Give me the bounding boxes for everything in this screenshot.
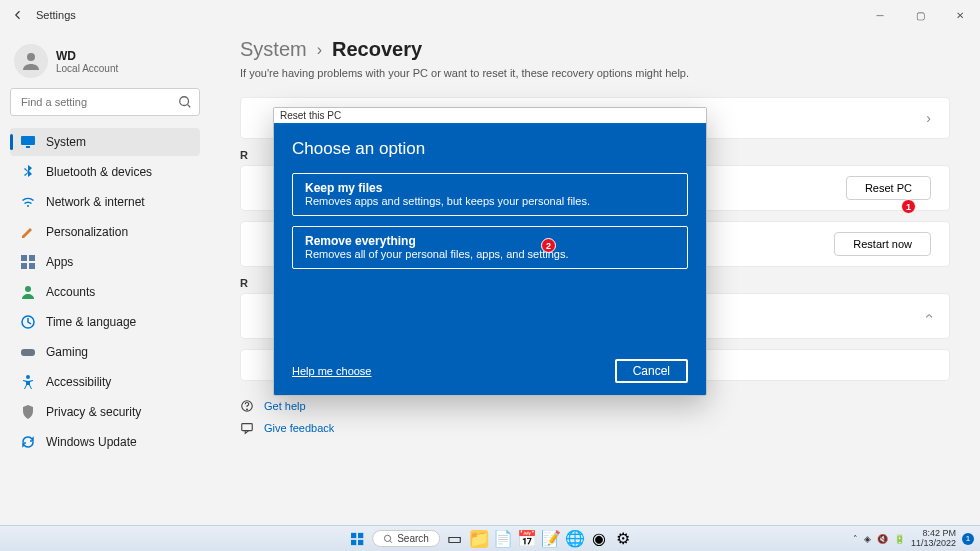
breadcrumb: System › Recovery <box>240 38 950 61</box>
clock-icon <box>20 314 36 330</box>
sidebar-item-apps[interactable]: Apps <box>10 248 200 276</box>
back-button[interactable] <box>8 5 28 25</box>
brush-icon <box>20 224 36 240</box>
sidebar-item-label: Windows Update <box>46 435 137 449</box>
breadcrumb-parent[interactable]: System <box>240 38 307 61</box>
sidebar-item-system[interactable]: System <box>10 128 200 156</box>
app-icon[interactable]: 📝 <box>542 530 560 548</box>
profile[interactable]: WD Local Account <box>10 38 200 88</box>
sidebar-item-gaming[interactable]: Gaming <box>10 338 200 366</box>
apps-icon <box>20 254 36 270</box>
svg-rect-6 <box>21 263 27 269</box>
maximize-button[interactable]: ▢ <box>900 0 940 30</box>
sidebar-item-accessibility[interactable]: Accessibility <box>10 368 200 396</box>
task-view-icon[interactable]: ▭ <box>446 530 464 548</box>
svg-rect-5 <box>29 255 35 261</box>
accessibility-icon <box>20 374 36 390</box>
avatar <box>14 44 48 78</box>
svg-rect-16 <box>358 532 363 537</box>
clock[interactable]: 8:42 PM 11/13/2022 <box>911 529 956 549</box>
dialog-heading: Choose an option <box>292 139 688 159</box>
page-title: Recovery <box>332 38 422 61</box>
svg-rect-14 <box>242 424 253 431</box>
svg-rect-7 <box>29 263 35 269</box>
sidebar-item-label: Privacy & security <box>46 405 141 419</box>
svg-rect-18 <box>358 539 363 544</box>
sidebar-item-label: Apps <box>46 255 73 269</box>
sidebar-item-bluetooth-devices[interactable]: Bluetooth & devices <box>10 158 200 186</box>
wifi-icon <box>20 194 36 210</box>
sidebar-item-label: Network & internet <box>46 195 145 209</box>
wifi-icon[interactable]: ◈ <box>864 534 871 544</box>
monitor-icon <box>20 134 36 150</box>
volume-icon[interactable]: 🔇 <box>877 534 888 544</box>
option-keep-files[interactable]: Keep my files Removes apps and settings,… <box>292 173 688 216</box>
taskbar-search[interactable]: Search <box>372 530 440 547</box>
window-title: Settings <box>36 9 76 21</box>
svg-point-0 <box>27 53 35 61</box>
svg-point-13 <box>247 409 248 410</box>
svg-rect-2 <box>21 136 35 145</box>
explorer-icon[interactable]: 📁 <box>470 530 488 548</box>
restart-now-button[interactable]: Restart now <box>834 232 931 256</box>
tray-chevron-icon[interactable]: ˄ <box>853 534 858 544</box>
start-button[interactable] <box>348 530 366 548</box>
option-remove-everything[interactable]: Remove everything Removes all of your pe… <box>292 226 688 269</box>
svg-rect-15 <box>351 532 356 537</box>
svg-point-8 <box>25 286 31 292</box>
sidebar-item-network-internet[interactable]: Network & internet <box>10 188 200 216</box>
close-button[interactable]: ✕ <box>940 0 980 30</box>
chrome-icon[interactable]: ◉ <box>590 530 608 548</box>
help-me-choose-link[interactable]: Help me choose <box>292 365 372 377</box>
page-subtitle: If you're having problems with your PC o… <box>240 67 950 79</box>
svg-point-11 <box>26 375 30 379</box>
get-help-link[interactable]: Get help <box>240 395 950 417</box>
edge-icon[interactable]: 🌐 <box>566 530 584 548</box>
reset-dialog: Reset this PC Choose an option Keep my f… <box>273 107 707 396</box>
sidebar-item-accounts[interactable]: Accounts <box>10 278 200 306</box>
sidebar-item-label: Time & language <box>46 315 136 329</box>
update-icon <box>20 434 36 450</box>
search-input[interactable] <box>10 88 200 116</box>
sidebar-item-label: Accessibility <box>46 375 111 389</box>
sidebar-item-label: Personalization <box>46 225 128 239</box>
profile-sub: Local Account <box>56 63 118 74</box>
svg-rect-10 <box>21 349 35 356</box>
sidebar-item-time-language[interactable]: Time & language <box>10 308 200 336</box>
user-icon <box>20 284 36 300</box>
sidebar-item-personalization[interactable]: Personalization <box>10 218 200 246</box>
svg-rect-17 <box>351 539 356 544</box>
sidebar-item-label: System <box>46 135 86 149</box>
chevron-up-icon: › <box>921 314 937 319</box>
annotation-2: 2 <box>541 238 556 253</box>
app-icon[interactable]: 📄 <box>494 530 512 548</box>
settings-icon[interactable]: ⚙ <box>614 530 632 548</box>
game-icon <box>20 344 36 360</box>
svg-point-1 <box>180 97 189 106</box>
svg-point-19 <box>384 535 390 541</box>
notification-badge[interactable]: 1 <box>962 533 974 545</box>
sidebar-item-privacy-security[interactable]: Privacy & security <box>10 398 200 426</box>
give-feedback-link[interactable]: Give feedback <box>240 417 950 439</box>
sidebar-item-windows-update[interactable]: Windows Update <box>10 428 200 456</box>
battery-icon[interactable]: 🔋 <box>894 534 905 544</box>
svg-rect-4 <box>21 255 27 261</box>
reset-pc-button[interactable]: Reset PC <box>846 176 931 200</box>
sidebar-item-label: Gaming <box>46 345 88 359</box>
profile-name: WD <box>56 49 118 63</box>
cancel-button[interactable]: Cancel <box>615 359 688 383</box>
chevron-right-icon: › <box>317 41 322 59</box>
bluetooth-icon <box>20 164 36 180</box>
taskbar: Search ▭ 📁 📄 📅 📝 🌐 ◉ ⚙ ˄ ◈ 🔇 🔋 8:42 PM 1… <box>0 525 980 551</box>
sidebar-item-label: Accounts <box>46 285 95 299</box>
sidebar-item-label: Bluetooth & devices <box>46 165 152 179</box>
shield-icon <box>20 404 36 420</box>
dialog-title: Reset this PC <box>274 108 706 125</box>
svg-rect-3 <box>26 146 30 148</box>
chevron-right-icon: › <box>926 110 931 126</box>
search-icon <box>178 95 192 109</box>
app-icon[interactable]: 📅 <box>518 530 536 548</box>
annotation-1: 1 <box>901 199 916 214</box>
minimize-button[interactable]: ─ <box>860 0 900 30</box>
